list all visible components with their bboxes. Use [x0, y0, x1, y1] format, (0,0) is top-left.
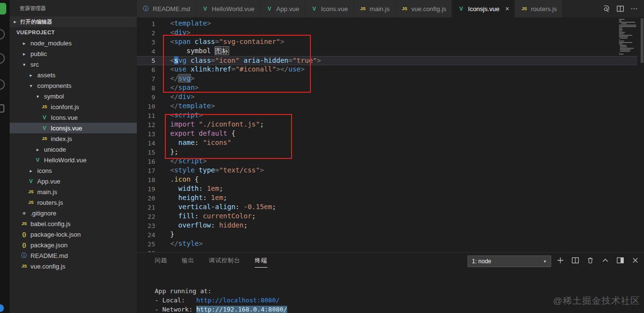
line-number[interactable]: 4	[137, 47, 155, 56]
tree-item-routers.js[interactable]: JSrouters.js	[10, 197, 137, 208]
split-editor-icon[interactable]	[616, 5, 624, 13]
tab-Iconsjs.vue[interactable]: VIconsjs.vue×	[452, 0, 515, 17]
panel-tab-调试控制台[interactable]: 调试控制台	[209, 255, 240, 267]
line-number[interactable]: 17	[137, 166, 155, 175]
annotation-box-script	[165, 114, 292, 159]
line-number[interactable]: 8	[137, 84, 155, 93]
tree-item-HelloWorld.vue[interactable]: VHelloWorld.vue	[10, 155, 137, 165]
tree-item-Iconsjs.vue[interactable]: VIconsjs.vue	[10, 123, 137, 133]
line-number[interactable]: 13	[137, 129, 155, 139]
tab-HelloWorld.vue[interactable]: VHelloWorld.vue	[196, 0, 260, 17]
activity-bar-icon[interactable]	[0, 29, 5, 40]
code-line[interactable]: <style type="text/css">	[137, 166, 637, 175]
panel-layout-icon[interactable]	[616, 256, 624, 264]
code-line[interactable]: </div>	[137, 93, 637, 102]
line-number[interactable]: 7	[137, 74, 155, 84]
panel-tab-输出[interactable]: 输出	[182, 255, 194, 267]
panel-tab-问题[interactable]: 问题	[155, 255, 167, 267]
tree-item-Icons.vue[interactable]: VIcons.vue	[10, 112, 137, 123]
tab-vue.config.js[interactable]: JSvue.config.js	[395, 0, 452, 17]
tree-item-iconfont.js[interactable]: JSiconfont.js	[10, 101, 137, 112]
line-number[interactable]: 19	[137, 185, 155, 194]
code-line[interactable]: </style>	[137, 240, 637, 249]
close-panel-icon[interactable]	[631, 256, 639, 264]
activity-bar-logo-icon[interactable]	[0, 3, 6, 14]
tab-README.md[interactable]: ⓘREADME.md	[137, 0, 196, 17]
open-editors-section[interactable]: ▸ 打开的编辑器	[10, 16, 137, 27]
code-line[interactable]: <template>	[137, 19, 637, 28]
tree-item-App.vue[interactable]: VApp.vue	[10, 176, 137, 186]
panel-tab-终端[interactable]: 终端	[255, 255, 267, 268]
line-number[interactable]: 14	[137, 139, 155, 148]
tree-item-icons[interactable]: ▸icons	[10, 165, 137, 176]
line-number[interactable]: 9	[137, 93, 155, 102]
code-line[interactable]: overflow: hidden;	[137, 221, 637, 230]
terminal-output[interactable]: App running at:- Local: http://localhost…	[155, 286, 287, 313]
code-line[interactable]: }	[137, 230, 637, 240]
line-number[interactable]: 10	[137, 102, 155, 111]
tab-main.js[interactable]: JSmain.js	[354, 0, 395, 17]
terminal-url-link[interactable]: http://localhost:8080/	[196, 297, 279, 304]
code-line[interactable]: vertical-align: -0.15em;	[137, 203, 637, 212]
tree-item-README.md[interactable]: ⓘREADME.md	[10, 250, 137, 261]
tree-item-public[interactable]: ▸public	[10, 48, 137, 59]
code-line[interactable]: .icon {	[137, 175, 637, 185]
line-number[interactable]: 6	[137, 65, 155, 74]
open-changes-icon[interactable]	[602, 5, 610, 13]
tree-item-vue.config.js[interactable]: JSvue.config.js	[10, 261, 137, 271]
tab-App.vue[interactable]: VApp.vue	[260, 0, 305, 17]
line-number[interactable]: 21	[137, 203, 155, 212]
line-number[interactable]: 3	[137, 38, 155, 47]
activity-bar-icon[interactable]	[0, 304, 4, 312]
tree-item-package-lock.json[interactable]: {}package-lock.json	[10, 229, 137, 240]
code-line[interactable]: height: 1em;	[137, 194, 637, 203]
line-number[interactable]: 16	[137, 157, 155, 166]
activity-bar-icon[interactable]	[0, 79, 5, 90]
new-terminal-icon[interactable]	[556, 256, 564, 264]
more-actions-icon[interactable]: ⋯	[630, 4, 638, 13]
line-number[interactable]: 2	[137, 28, 155, 38]
line-number[interactable]: 26	[137, 249, 155, 252]
tree-item-main.js[interactable]: JSmain.js	[10, 186, 137, 197]
tree-item-symbol[interactable]: ▾symbol	[10, 91, 137, 101]
line-number[interactable]: 18	[137, 175, 155, 185]
code-line[interactable]: fill: currentColor;	[137, 212, 637, 221]
editor-scrollbar[interactable]	[640, 17, 644, 252]
kill-terminal-trash-icon[interactable]	[586, 256, 594, 264]
project-section-header[interactable]: VUEPROJECT	[10, 27, 137, 38]
tree-item-.gitignore[interactable]: ◆.gitignore	[10, 208, 137, 218]
line-number[interactable]: 12	[137, 120, 155, 129]
tab-routers.js[interactable]: JSrouters.js	[515, 0, 562, 17]
line-number[interactable]: 22	[137, 212, 155, 221]
terminal-process-select[interactable]: 1: node ▼	[468, 256, 551, 267]
tree-item-index.js[interactable]: JSindex.js	[10, 133, 137, 144]
code-line[interactable]: width: 1em;	[137, 185, 637, 194]
line-number[interactable]: 24	[137, 230, 155, 240]
minimap[interactable]	[619, 19, 639, 57]
close-tab-icon[interactable]: ×	[505, 5, 509, 12]
tree-item-babel.config.js[interactable]: JSbabel.config.js	[10, 218, 137, 229]
line-number[interactable]: 5	[137, 56, 155, 65]
tree-item-assets[interactable]: ▸assets	[10, 70, 137, 80]
tree-item-package.json[interactable]: {}package.json	[10, 240, 137, 250]
tree-item-unicode[interactable]: ▸unicode	[10, 144, 137, 155]
activity-bar-icon[interactable]	[0, 53, 5, 64]
line-number[interactable]: 11	[137, 111, 155, 120]
terminal-url-link[interactable]: http://192.168.0.4:8080/	[196, 306, 287, 313]
line-number[interactable]: 1	[137, 19, 155, 28]
code-line[interactable]: </template>	[137, 102, 637, 111]
tree-item-src[interactable]: ▾src	[10, 59, 137, 70]
code-editor[interactable]: <template><div><span class="svg-containe…	[137, 17, 644, 252]
line-number[interactable]: 20	[137, 194, 155, 203]
line-number[interactable]: 15	[137, 148, 155, 157]
line-number[interactable]: 23	[137, 221, 155, 230]
code-line[interactable]	[137, 249, 637, 252]
scrollbar-thumb[interactable]	[641, 18, 644, 63]
split-terminal-icon[interactable]	[571, 256, 579, 264]
tab-Icons.vue[interactable]: VIcons.vue	[305, 0, 354, 17]
maximize-panel-icon[interactable]	[601, 256, 609, 264]
activity-bar-icon[interactable]	[0, 104, 4, 113]
tree-item-components[interactable]: ▾components	[10, 80, 137, 91]
tree-item-node_modules[interactable]: ▸node_modules	[10, 38, 137, 48]
line-number[interactable]: 25	[137, 240, 155, 249]
